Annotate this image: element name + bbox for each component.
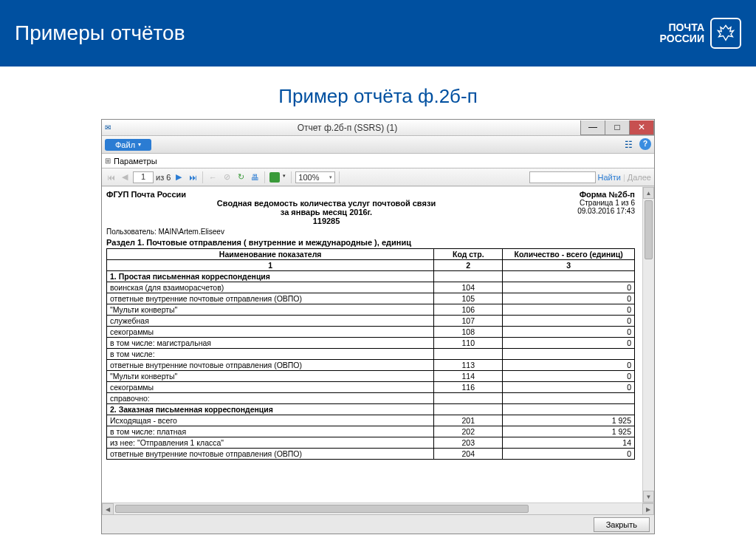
file-menu[interactable]: Файл — [105, 139, 151, 151]
next-page-icon[interactable]: ▶ — [173, 171, 185, 183]
logo-line1: ПОЧТА — [660, 22, 704, 33]
window-footer: Закрыть — [102, 514, 654, 534]
app-icon: ✉ — [102, 123, 114, 132]
first-page-icon[interactable]: ⏮ — [105, 171, 117, 183]
table-row: "Мульти конверты"1060 — [107, 304, 635, 316]
report-title-1: Сводная ведомость количества услуг почто… — [106, 199, 546, 208]
export-icon[interactable] — [269, 171, 281, 183]
of-label: из — [156, 173, 164, 182]
table-row: секограммы1160 — [107, 382, 635, 393]
table-row: "Мульти конверты"1140 — [107, 371, 635, 382]
report-table: Наименование показателя Код стр. Количес… — [106, 248, 635, 460]
scroll-right-icon[interactable]: ▶ — [642, 503, 654, 515]
col-name: Наименование показателя — [107, 249, 434, 260]
titlebar: ✉ Отчет ф.2б-п (SSRS) (1) — □ ✕ — [102, 120, 654, 136]
last-page-icon[interactable]: ⏭ — [187, 171, 199, 183]
search-input[interactable] — [529, 171, 596, 183]
zoom-select[interactable]: 100% — [295, 171, 335, 183]
stop-icon[interactable]: ⊘ — [221, 171, 233, 183]
table-row: в том числе: магистральная1100 — [107, 338, 635, 349]
report-title-2: за январь месяц 2016г. — [106, 208, 546, 217]
page-number-input[interactable]: 1 — [133, 171, 154, 183]
org-name: ФГУП Почта России — [106, 190, 186, 199]
eagle-icon — [710, 18, 741, 49]
scroll-down-icon[interactable]: ▼ — [643, 491, 654, 502]
window-title: Отчет ф.2б-п (SSRS) (1) — [114, 123, 581, 133]
table-row: в том числе: платная2021 925 — [107, 426, 635, 437]
logo-line2: РОССИИ — [660, 33, 704, 44]
scroll-left-icon[interactable]: ◀ — [102, 503, 114, 515]
menubar: Файл ☷ ? — [102, 136, 654, 154]
report-toolbar: ⏮ ◀ 1 из 6 ▶ ⏭ ← ⊘ ↻ 🖶 100% Найти | Дале… — [102, 168, 654, 186]
close-button[interactable]: Закрыть — [594, 517, 650, 532]
section-title: Раздел 1. Почтовые отправления ( внутрен… — [106, 238, 635, 247]
banner-title: Примеры отчётов — [15, 21, 185, 45]
find-next-link[interactable]: Далее — [628, 173, 651, 182]
help-icon[interactable]: ? — [639, 138, 651, 150]
table-row: 2. Заказная письменная корреспонденция — [107, 404, 635, 415]
refresh-icon[interactable]: ↻ — [235, 171, 247, 183]
expand-icon: ⊞ — [105, 157, 111, 165]
table-row: 1. Простая письменная корреспонденция — [107, 271, 635, 282]
table-row: ответные внутренние почтовые отправления… — [107, 449, 635, 460]
col-qty: Количество - всего (единиц) — [503, 249, 635, 260]
total-pages: 6 — [166, 173, 171, 182]
col-code: Код стр. — [434, 249, 503, 260]
scroll-thumb[interactable] — [645, 200, 653, 259]
table-row: секограммы1080 — [107, 327, 635, 338]
prev-page-icon[interactable]: ◀ — [119, 171, 131, 183]
table-row: воинская (для взаиморасчетов)1040 — [107, 282, 635, 293]
scroll-up-icon[interactable]: ▲ — [643, 187, 654, 199]
report-code: 119285 — [106, 217, 546, 225]
table-row: в том числе: — [107, 349, 635, 360]
customize-icon[interactable]: ☷ — [622, 138, 635, 151]
parameters-label: Параметры — [114, 157, 157, 166]
horizontal-scrollbar[interactable]: ◀ ▶ — [102, 502, 654, 514]
report-window: ✉ Отчет ф.2б-п (SSRS) (1) — □ ✕ Файл ☷ ?… — [101, 119, 655, 534]
table-row: ответные внутренние почтовые отправления… — [107, 293, 635, 304]
table-row: служебная1070 — [107, 316, 635, 327]
timestamp: 09.03.2016 17:43 — [546, 207, 635, 215]
report-viewport: ФГУП Почта России Форма №2б-п Сводная ве… — [102, 187, 642, 502]
maximize-button[interactable]: □ — [605, 120, 630, 135]
close-window-button[interactable]: ✕ — [629, 120, 654, 135]
slide-banner: Примеры отчётов ПОЧТА РОССИИ — [0, 0, 756, 67]
table-row: справочно: — [107, 393, 635, 404]
table-row: ответные внутренние почтовые отправления… — [107, 360, 635, 371]
table-row: Исходящая - всего2011 925 — [107, 415, 635, 426]
subtitle: Пример отчёта ф.2б-п — [0, 85, 756, 108]
form-name: Форма №2б-п — [580, 190, 635, 199]
page-info: Страница 1 из 6 — [546, 199, 635, 207]
back-icon[interactable]: ← — [207, 171, 219, 183]
scroll-thumb-h[interactable] — [115, 505, 529, 513]
parameters-bar[interactable]: ⊞ Параметры — [102, 154, 654, 168]
minimize-button[interactable]: — — [580, 120, 605, 135]
find-link[interactable]: Найти — [598, 173, 621, 182]
logo: ПОЧТА РОССИИ — [660, 18, 741, 49]
table-row: из нее: "Отправления 1 класса"20314 — [107, 437, 635, 449]
user-label: Пользователь: MAIN\Artem.Eliseev — [106, 228, 635, 236]
print-icon[interactable]: 🖶 — [249, 171, 261, 183]
vertical-scrollbar[interactable]: ▲ ▼ — [642, 187, 654, 502]
